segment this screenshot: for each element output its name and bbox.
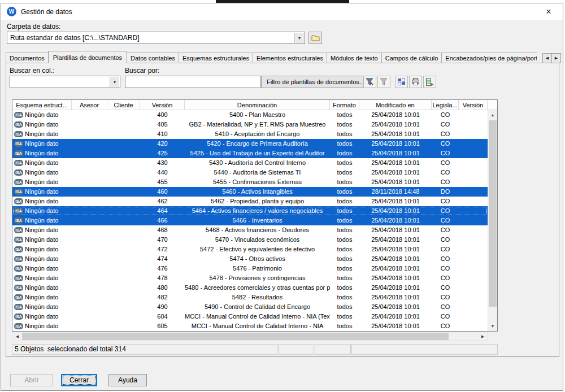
table-row[interactable]: ISA Ningún dato 440 5440 - Auditoría de … [12, 168, 488, 177]
isa-badge-icon: ISA [14, 304, 23, 310]
arrow-right-icon: ▶ [555, 56, 558, 60]
tab-plantillas-de-documentos[interactable]: Plantillas de documentos [48, 51, 127, 63]
table-row[interactable]: ISA Ningún dato 410 5410 - Aceptación de… [12, 129, 488, 139]
vertical-scrollbar[interactable]: ▲ ▼ [488, 110, 497, 331]
table-row[interactable]: ISA Ningún dato 420 5420 - Encargo de Pr… [12, 139, 488, 149]
tab-encabezados-pies-de-página-portadas[interactable]: Encabezados/pies de página/portadas [441, 53, 537, 63]
status-segment [315, 344, 351, 355]
scroll-down-icon[interactable]: ▼ [488, 321, 497, 331]
column-header-versión[interactable]: Versión [140, 100, 185, 110]
tab-documentos[interactable]: Documentos [6, 53, 49, 63]
isa-badge-icon: ISA [14, 246, 23, 252]
isa-badge-icon: ISA [14, 313, 23, 320]
templates-tab-panel: Buscar en col.: ▼ Buscar por: Filtro de … [6, 63, 559, 357]
button-ayuda[interactable]: Ayuda [108, 374, 147, 386]
column-header-esquema-estruct[interactable]: Esquema estruct... [12, 100, 72, 110]
table-row[interactable]: ISA Ningún dato 462 5462 - Propiedad, pl… [12, 197, 488, 206]
filter-clear-button[interactable] [377, 76, 390, 88]
table-row[interactable]: ISA Ningún dato 400 5400 - Plan Maestro … [12, 110, 488, 120]
search-input[interactable] [125, 76, 260, 88]
table-row[interactable]: ISA Ningún dato 405 GB2 - Materialidad, … [12, 120, 488, 129]
column-header-versión[interactable]: Versión [459, 100, 488, 110]
search-column-label: Buscar en col.: [10, 67, 54, 75]
grid-icon [397, 78, 406, 86]
arrow-left-icon: ◀ [546, 56, 549, 60]
isa-badge-icon: ISA [14, 179, 23, 185]
isa-badge-icon: ISA [14, 294, 23, 300]
table-row[interactable]: ISA Ningún dato 478 5478 - Provisiones y… [12, 273, 488, 283]
isa-badge-icon: ISA [14, 141, 23, 147]
isa-badge-icon: ISA [14, 150, 23, 156]
table-row[interactable]: ISA Ningún dato 464 5464 - Activos finan… [12, 206, 488, 216]
window-title: Gestión de datos [21, 8, 72, 16]
gestion-de-datos-dialog: W Gestión de datos × Carpeta de datos: R… [1, 3, 563, 391]
column-header-cliente[interactable]: Cliente [107, 100, 140, 110]
printer-icon [411, 78, 420, 86]
button-abrir[interactable]: Abrir [10, 374, 53, 386]
data-folder-combobox[interactable]: Ruta estandar de datos [C:\...\STANDARD]… [7, 32, 305, 44]
status-segment: 5 Objetos seleccionado del total 314 [12, 344, 277, 355]
table-row[interactable]: ISA Ningún dato 474 5474 - Otros activos… [12, 254, 488, 264]
folder-icon [311, 34, 320, 41]
close-icon: × [546, 7, 551, 16]
vertical-scroll-thumb[interactable] [489, 120, 497, 307]
scrollbar-corner [488, 332, 498, 341]
tab-campos-de-cálculo[interactable]: Campos de cálculo [381, 53, 442, 63]
scroll-right-icon[interactable]: ▶ [478, 332, 488, 341]
table-row[interactable]: ISA Ningún dato 425 5425 - Uso del Traba… [12, 149, 488, 158]
table-header[interactable]: Esquema estruct...AsesorClienteVersiónDe… [12, 100, 497, 110]
chevron-down-icon: ▼ [110, 77, 119, 87]
table-row[interactable]: ISA Ningún dato 466 5466 - Inventarios t… [12, 216, 488, 225]
footer-button-row: AbrirCerrarAyuda [1, 374, 563, 387]
horizontal-scrollbar[interactable]: ◀ ▶ [12, 332, 488, 341]
status-segment [278, 344, 314, 355]
filter-edit-button[interactable] [363, 76, 376, 88]
column-header-legisla[interactable]: Legisla... [432, 100, 459, 110]
column-header-denominación[interactable]: Denominación [185, 100, 330, 110]
column-header-asesor[interactable]: Asesor [72, 100, 107, 110]
column-header-modificado-en[interactable]: Modificado en [359, 100, 432, 110]
scroll-left-icon[interactable]: ◀ [12, 332, 22, 341]
table-row[interactable]: ISA Ningún dato 460 5460 - Activos intan… [12, 187, 488, 197]
table-row[interactable]: ISA Ningún dato 490 5490 - Control de Ca… [12, 302, 488, 312]
isa-badge-icon: ISA [14, 323, 23, 329]
isa-badge-icon: ISA [14, 285, 23, 291]
table-row[interactable]: ISA Ningún dato 430 5430 - Auditoría del… [12, 158, 488, 168]
filter-disabled-icon [380, 78, 388, 86]
table-row[interactable]: ISA Ningún dato 468 5468 - Activos finan… [12, 225, 488, 235]
search-by-label: Buscar por: [125, 67, 159, 75]
document-templates-table: Esquema estruct...AsesorClienteVersiónDe… [12, 99, 498, 332]
column-select-button[interactable] [395, 76, 408, 88]
isa-badge-icon: ISA [14, 265, 23, 272]
search-column-combobox[interactable]: ▼ [10, 76, 120, 88]
scroll-up-icon[interactable]: ▲ [488, 110, 497, 120]
tab-scroll-right-button[interactable]: ▶ [551, 53, 561, 63]
tab-elementos-estructurales[interactable]: Elementos estructurales [253, 53, 327, 63]
table-row[interactable]: ISA Ningún dato 455 5455 - Confirmacione… [12, 177, 488, 187]
button-cerrar[interactable]: Cerrar [61, 374, 97, 386]
table-row[interactable]: ISA Ningún dato 472 5472 - Efectivo y eq… [12, 245, 488, 254]
export-excel-icon [425, 78, 434, 86]
browse-folder-button[interactable] [308, 32, 322, 44]
table-row[interactable]: ISA Ningún dato 476 5476 - Patrimonio to… [12, 264, 488, 273]
tab-scroll-buttons: ◀ ▶ [543, 53, 561, 63]
template-filter-button[interactable]: Filtro de plantillas de documentos... [261, 76, 370, 88]
tab-esquemas-estructurales[interactable]: Esquemas estructurales [179, 53, 253, 63]
horizontal-scroll-thumb[interactable] [22, 333, 449, 340]
tab-datos-contables[interactable]: Datos contables [127, 53, 179, 63]
table-row[interactable]: ISA Ningún dato 605 MCCI - Manual Contro… [12, 321, 488, 331]
table-row[interactable]: ISA Ningún dato 482 5482 - Resultados to… [12, 293, 488, 302]
isa-badge-icon: ISA [14, 121, 23, 128]
app-icon: W [7, 7, 16, 16]
isa-badge-icon: ISA [14, 227, 23, 233]
tab-módulos-de-texto[interactable]: Módulos de texto [327, 53, 382, 63]
close-button[interactable]: × [540, 5, 557, 19]
isa-badge-icon: ISA [14, 160, 23, 166]
column-header-formato[interactable]: Formato [330, 100, 359, 110]
table-row[interactable]: ISA Ningún dato 480 5480 - Acreedores co… [12, 283, 488, 293]
tab-scroll-left-button[interactable]: ◀ [542, 53, 552, 63]
table-row[interactable]: ISA Ningún dato 604 MCCI - Manual Contro… [12, 312, 488, 321]
print-button[interactable] [409, 76, 422, 88]
table-row[interactable]: ISA Ningún dato 470 5470 - Vinculados ec… [12, 235, 488, 245]
export-button[interactable] [423, 76, 436, 88]
